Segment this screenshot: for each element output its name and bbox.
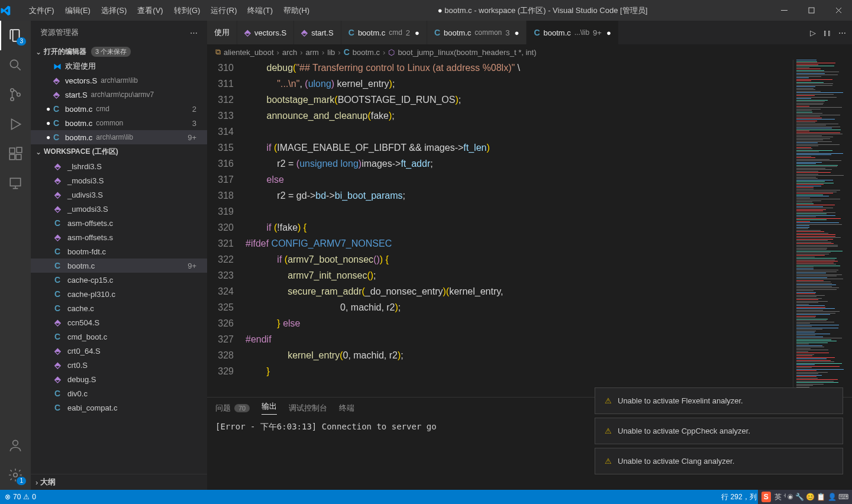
notification-toast[interactable]: ⚠Unable to activate CppCheck analyzer.: [595, 418, 843, 444]
file-item[interactable]: Ceabi_compat.c: [31, 400, 207, 415]
menu-file[interactable]: 文件(F): [24, 5, 60, 16]
file-item[interactable]: ⬘crt0_64.S: [31, 344, 207, 358]
editor-tab[interactable]: Cbootm.ccommon3●: [427, 21, 527, 44]
title-bar: 文件(F) 编辑(E) 选择(S) 查看(V) 转到(G) 运行(R) 终端(T…: [0, 0, 852, 21]
menu-select[interactable]: 选择(S): [96, 5, 132, 16]
tab-bar: 使用⬘vectors.S⬘start.SCbootm.ccmd2●Cbootm.…: [207, 21, 852, 44]
account-icon[interactable]: [0, 431, 31, 460]
file-item[interactable]: ⬘_lshrdi3.S: [31, 159, 207, 173]
sidebar: 资源管理器⋯ ⌄打开的编辑器3 个未保存 ⧓欢迎使用⬘vectors.Sarch…: [31, 21, 207, 490]
open-editors-section[interactable]: ⌄打开的编辑器3 个未保存: [31, 44, 207, 59]
explorer-icon[interactable]: 3: [0, 21, 31, 50]
file-item[interactable]: Cdiv0.c: [31, 386, 207, 400]
settings-icon[interactable]: 1: [0, 460, 31, 490]
svg-point-3: [11, 89, 14, 92]
file-item[interactable]: Cbootm-fdt.c: [31, 244, 207, 259]
maximize-button[interactable]: [798, 0, 825, 21]
file-item[interactable]: ⬘ccn504.S: [31, 315, 207, 329]
open-editor-welcome[interactable]: ⧓欢迎使用: [31, 59, 207, 73]
file-item[interactable]: Ccache-cp15.c: [31, 273, 207, 287]
file-item[interactable]: ⬘_modsi3.S: [31, 173, 207, 188]
editor-tab[interactable]: Cbootm.ccmd2●: [341, 21, 427, 44]
window-title: ● bootm.c - workspace (工作区) - Visual Stu…: [315, 5, 770, 16]
status-errors[interactable]: ⊗ 70 ⚠ 0: [5, 493, 36, 501]
panel-output[interactable]: 输出: [262, 401, 277, 415]
editor-tab[interactable]: ⬘vectors.S: [237, 21, 294, 44]
notification-toast[interactable]: ⚠Unable to activate Flexelint analyzer.: [595, 387, 843, 414]
menu-help[interactable]: 帮助(H): [278, 5, 315, 16]
svg-point-5: [17, 93, 20, 96]
sidebar-header: 资源管理器⋯: [31, 21, 207, 44]
split-icon[interactable]: ⫿⫿: [823, 28, 831, 37]
svg-point-2: [10, 60, 18, 67]
file-item[interactable]: Ccmd_boot.c: [31, 329, 207, 344]
outline-section[interactable]: › 大纲: [31, 474, 207, 490]
search-icon[interactable]: [0, 50, 31, 80]
remote-icon[interactable]: [0, 169, 31, 198]
panel-terminal[interactable]: 终端: [339, 403, 354, 413]
svg-point-11: [13, 440, 18, 445]
more-icon[interactable]: ⋯: [838, 28, 846, 37]
run-icon[interactable]: ▷: [810, 28, 816, 37]
more-icon[interactable]: ⋯: [190, 28, 198, 37]
file-item[interactable]: ⬘debug.S: [31, 372, 207, 386]
svg-rect-7: [9, 154, 15, 160]
menu-run[interactable]: 运行(R): [205, 5, 242, 16]
open-editor-item[interactable]: ⬘start.Sarch\arm\cpu\armv7: [31, 88, 207, 102]
system-tray: S 英 ꜗ ◉ 🔧 😊 📋 👤 ⌨: [758, 490, 852, 504]
open-editor-item[interactable]: ●Cbootm.ccommon3: [31, 116, 207, 130]
menu-goto[interactable]: 转到(G): [169, 5, 206, 16]
extensions-icon[interactable]: [0, 139, 31, 169]
workspace-section[interactable]: ⌄WORKSPACE (工作区): [31, 144, 207, 159]
open-editor-item[interactable]: ●Cbootm.ccmd2: [31, 102, 207, 116]
svg-rect-10: [10, 178, 20, 186]
close-button[interactable]: [825, 0, 852, 21]
notifications: ⚠Unable to activate Flexelint analyzer.⚠…: [595, 387, 843, 474]
file-item[interactable]: Casm-offsets.c: [31, 216, 207, 230]
menu-bar: 文件(F) 编辑(E) 选择(S) 查看(V) 转到(G) 运行(R) 终端(T…: [24, 5, 315, 16]
minimap[interactable]: [793, 60, 852, 397]
svg-rect-8: [16, 154, 21, 160]
file-item[interactable]: Cbootm.c9+: [31, 259, 207, 273]
vscode-logo: [0, 5, 24, 16]
status-cursor[interactable]: 行 292，列 6: [721, 492, 762, 502]
activity-bar: 3 1: [0, 21, 31, 490]
minimize-button[interactable]: [770, 0, 798, 21]
editor-tab[interactable]: 使用: [207, 21, 237, 44]
source-control-icon[interactable]: [0, 80, 31, 109]
file-item[interactable]: Ccache.c: [31, 301, 207, 315]
file-item[interactable]: ⬘_umodsi3.S: [31, 202, 207, 216]
panel-problems[interactable]: 问题70: [215, 403, 250, 413]
code-editor[interactable]: 3103113123133143153163173183193203213223…: [207, 60, 852, 397]
svg-point-12: [14, 473, 18, 477]
notification-toast[interactable]: ⚠Unable to activate Clang analyzer.: [595, 448, 843, 474]
file-item[interactable]: ⬘crt0.S: [31, 358, 207, 372]
open-editor-item[interactable]: ●Cbootm.carch\arm\lib9+: [31, 130, 207, 144]
svg-rect-6: [9, 148, 15, 153]
svg-rect-1: [809, 8, 814, 13]
menu-view[interactable]: 查看(V): [132, 5, 168, 16]
open-editor-item[interactable]: ⬘vectors.Sarch\arm\lib: [31, 73, 207, 88]
file-item[interactable]: Ccache-pl310.c: [31, 287, 207, 301]
svg-rect-9: [17, 147, 22, 153]
breadcrumb[interactable]: ⧉ alientek_uboot› arch› arm› lib› Cbootm…: [207, 44, 852, 60]
panel-debug[interactable]: 调试控制台: [289, 403, 327, 413]
editor-tab[interactable]: Cbootm.c...\lib9+●: [527, 21, 618, 44]
file-item[interactable]: ⬘_udivsi3.S: [31, 188, 207, 202]
svg-point-4: [11, 98, 14, 101]
svg-rect-0: [781, 10, 788, 11]
menu-edit[interactable]: 编辑(E): [60, 5, 96, 16]
status-bar: ⊗ 70 ⚠ 0 行 292，列 6 制表符长度: 4 UTF-8: [0, 490, 852, 504]
file-item[interactable]: ⬘asm-offsets.s: [31, 230, 207, 244]
menu-terminal[interactable]: 终端(T): [242, 5, 278, 16]
run-debug-icon[interactable]: [0, 109, 31, 139]
editor-tab[interactable]: ⬘start.S: [294, 21, 341, 44]
